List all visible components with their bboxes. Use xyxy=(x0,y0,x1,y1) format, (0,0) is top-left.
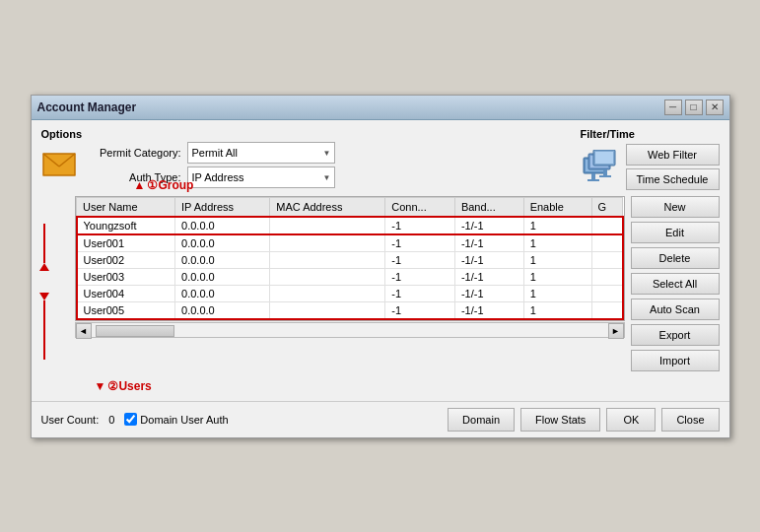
import-button[interactable]: Import xyxy=(631,350,720,371)
delete-button[interactable]: Delete xyxy=(631,247,720,269)
filter-area: Web Filter Time Schedule xyxy=(581,144,720,190)
table-row[interactable]: User0030.0.0.0-1-1/-11 xyxy=(77,268,623,285)
table-row[interactable]: User0020.0.0.0-1-1/-11 xyxy=(77,251,623,268)
table-cell: 1 xyxy=(523,268,591,285)
close-button-bottom[interactable]: Close xyxy=(661,408,719,432)
filter-icon xyxy=(581,149,620,184)
maximize-button[interactable]: □ xyxy=(685,100,703,115)
table-cell xyxy=(591,251,622,268)
table-with-annotations: ▲ ①Group ▼ ②Users User Name IP Address xyxy=(75,196,625,371)
scroll-left-arrow[interactable]: ◄ xyxy=(76,323,92,339)
table-cell: -1 xyxy=(385,301,455,319)
col-ip: IP Address xyxy=(175,197,270,217)
table-cell: 0.0.0.0 xyxy=(175,251,270,268)
col-mac: MAC Address xyxy=(270,197,385,217)
time-schedule-button[interactable]: Time Schedule xyxy=(626,168,720,190)
table-row[interactable]: User0040.0.0.0-1-1/-11 xyxy=(77,285,623,301)
web-filter-button[interactable]: Web Filter xyxy=(626,144,720,166)
user-table-wrapper[interactable]: User Name IP Address MAC Address Conn...… xyxy=(75,196,625,321)
close-button[interactable]: ✕ xyxy=(706,100,724,115)
table-section: ▲ ①Group ▼ ②Users User Name IP Address xyxy=(41,196,720,371)
auth-type-select[interactable]: IP Address xyxy=(187,166,335,188)
user-table: User Name IP Address MAC Address Conn...… xyxy=(76,197,624,320)
scrollbar-track[interactable] xyxy=(92,323,608,337)
table-row[interactable]: User0050.0.0.0-1-1/-11 xyxy=(77,301,623,319)
filter-time-section: Filter/Time xyxy=(581,128,720,190)
table-cell xyxy=(591,301,622,319)
table-cell: -1 xyxy=(385,234,455,252)
table-cell: User001 xyxy=(77,234,175,252)
table-cell xyxy=(591,285,622,301)
options-label: Options xyxy=(41,128,335,140)
table-row[interactable]: Youngzsoft 0.0.0.0 -1 -1/-1 1 xyxy=(77,217,623,234)
export-button[interactable]: Export xyxy=(631,324,720,346)
table-cell: 0.0.0.0 xyxy=(175,301,270,319)
table-cell: 1 xyxy=(523,234,591,252)
table-cell: -1/-1 xyxy=(454,251,523,268)
cell-g xyxy=(591,217,622,234)
filter-buttons: Web Filter Time Schedule xyxy=(626,144,720,190)
col-username: User Name xyxy=(77,197,175,217)
bottom-buttons: Domain Flow Stats OK Close xyxy=(448,408,719,432)
table-cell: User004 xyxy=(77,285,175,301)
cell-username: Youngzsoft xyxy=(77,217,175,234)
table-cell xyxy=(270,234,385,252)
flow-stats-button[interactable]: Flow Stats xyxy=(520,408,600,432)
table-header-row: User Name IP Address MAC Address Conn...… xyxy=(77,197,623,217)
scroll-right-arrow[interactable]: ► xyxy=(608,323,624,339)
ok-button[interactable]: OK xyxy=(606,408,656,432)
auth-type-wrapper[interactable]: IP Address xyxy=(187,166,335,188)
col-g: G xyxy=(591,197,622,217)
svg-rect-12 xyxy=(603,169,607,175)
minimize-button[interactable]: ─ xyxy=(664,100,682,115)
mail-icon xyxy=(41,147,77,182)
domain-user-auth-label: Domain User Auth xyxy=(140,414,228,426)
edit-button[interactable]: Edit xyxy=(631,222,720,243)
table-cell: -1 xyxy=(385,251,455,268)
main-content: Options Permit Category: xyxy=(32,120,729,401)
filter-time-label: Filter/Time xyxy=(581,128,635,140)
user-count-label: User Count: xyxy=(41,414,100,426)
table-cell xyxy=(270,251,385,268)
domain-user-auth-checkbox[interactable] xyxy=(124,413,137,426)
table-cell xyxy=(591,268,622,285)
window-controls: ─ □ ✕ xyxy=(664,100,724,115)
users-label: ▼ ②Users xyxy=(95,379,152,393)
cell-band: -1/-1 xyxy=(454,217,523,234)
permit-category-select[interactable]: Permit All xyxy=(187,142,335,164)
auto-scan-button[interactable]: Auto Scan xyxy=(631,299,720,320)
permit-category-row: Permit Category: Permit All xyxy=(83,142,335,164)
table-cell: 1 xyxy=(523,301,591,319)
new-button[interactable]: New xyxy=(631,196,720,218)
annotation-area xyxy=(41,196,69,371)
table-cell xyxy=(270,268,385,285)
cell-conn: -1 xyxy=(385,217,455,234)
domain-button[interactable]: Domain xyxy=(448,408,515,432)
account-manager-window: Account Manager ─ □ ✕ Options xyxy=(31,95,730,438)
svg-rect-9 xyxy=(595,152,613,164)
table-cell: -1/-1 xyxy=(454,268,523,285)
scrollbar-thumb[interactable] xyxy=(96,325,174,337)
table-cell xyxy=(270,285,385,301)
auth-type-row: Auth Type: IP Address xyxy=(83,166,335,188)
table-cell xyxy=(591,234,622,252)
table-row[interactable]: User0010.0.0.0-1-1/-11 xyxy=(77,234,623,252)
table-cell: 1 xyxy=(523,285,591,301)
users-annotation xyxy=(39,293,49,360)
col-enable: Enable xyxy=(523,197,591,217)
bottom-bar: User Count: 0 Domain User Auth Domain Fl… xyxy=(32,401,729,437)
cell-enable: 1 xyxy=(523,217,591,234)
window-title: Account Manager xyxy=(37,100,137,114)
table-cell: 1 xyxy=(523,251,591,268)
permit-category-wrapper[interactable]: Permit All xyxy=(187,142,335,164)
table-cell: 0.0.0.0 xyxy=(175,234,270,252)
table-cell: User003 xyxy=(77,268,175,285)
table-cell: 0.0.0.0 xyxy=(175,285,270,301)
col-conn: Conn... xyxy=(385,197,455,217)
domain-user-auth-row: Domain User Auth xyxy=(124,413,228,426)
table-cell xyxy=(270,301,385,319)
table-cell: -1/-1 xyxy=(454,301,523,319)
select-all-button[interactable]: Select All xyxy=(631,273,720,295)
horizontal-scrollbar[interactable]: ◄ ► xyxy=(75,322,625,338)
cell-ip: 0.0.0.0 xyxy=(175,217,270,234)
